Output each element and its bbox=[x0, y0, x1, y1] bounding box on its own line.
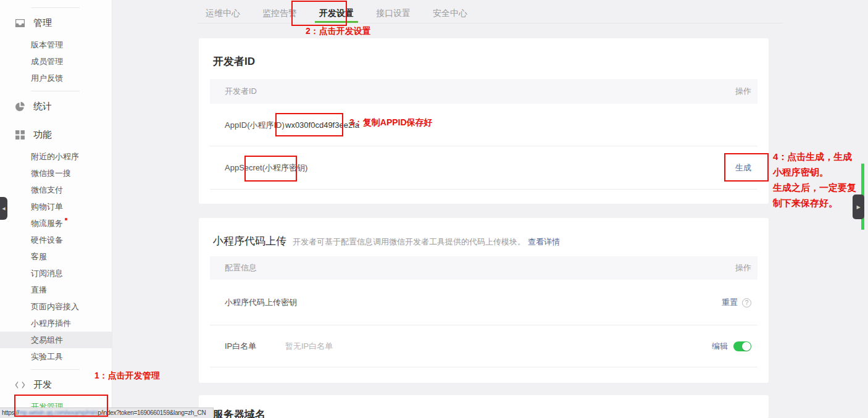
view-details-link[interactable]: 查看详情 bbox=[528, 236, 560, 248]
sidebar-item[interactable]: 客服 bbox=[0, 248, 112, 265]
tab[interactable]: 安全中心 bbox=[428, 5, 472, 21]
tab[interactable]: 运维中心 bbox=[201, 5, 244, 21]
annotation-step4-line: 4：点击生成，生成 bbox=[773, 149, 868, 164]
tab-label: 运维中心 bbox=[206, 8, 240, 18]
sidebar-item[interactable]: 物流服务 bbox=[0, 215, 112, 232]
sidebar-group[interactable]: 管理 bbox=[0, 16, 112, 30]
code-upload-table-header: 配置信息 操作 bbox=[210, 256, 757, 280]
new-badge-dot bbox=[65, 218, 67, 220]
annotation-step4-line: 生成之后，一定要复 bbox=[773, 180, 868, 195]
grid-icon bbox=[15, 130, 25, 140]
server-domain-title: 服务器域名 bbox=[213, 408, 265, 418]
sidebar-item[interactable]: 微信支付 bbox=[0, 182, 112, 198]
sidebar-item-label: 成员管理 bbox=[31, 57, 63, 66]
sidebar-item-label: 购物订单 bbox=[31, 202, 63, 211]
sidebar-item-label: 小程序插件 bbox=[31, 319, 71, 328]
browser-status-bar: https://mp.weixin.qq.com/wxamp/minip/ind… bbox=[0, 408, 214, 418]
tab-label: 开发设置 bbox=[319, 8, 354, 18]
sidebar-item[interactable]: 购物订单 bbox=[0, 198, 112, 215]
sidebar-item[interactable]: 用户反馈 bbox=[0, 70, 112, 86]
header-col-action: 操作 bbox=[735, 86, 751, 97]
appsecret-row: AppSecret(小程序密钥) 生成 bbox=[199, 146, 769, 190]
code-upload-title: 小程序代码上传 bbox=[213, 234, 286, 248]
code-upload-desc: 开发者可基于配置信息调用微信开发者工具提供的代码上传模块。 bbox=[293, 236, 525, 248]
sidebar-item[interactable]: 微信搜一搜 bbox=[0, 165, 112, 182]
sidebar-group[interactable]: 统计 bbox=[0, 99, 112, 113]
pie-icon bbox=[15, 101, 25, 112]
appid-value: wx030f0cd49f3ee2fa bbox=[285, 120, 359, 130]
sidebar-item[interactable]: 交易组件 bbox=[0, 332, 112, 348]
tab[interactable]: 监控告警 bbox=[258, 5, 301, 21]
tab-label: 监控告警 bbox=[262, 8, 297, 18]
sidebar-item[interactable]: 页面内容接入 bbox=[0, 298, 112, 315]
developer-id-title: 开发者ID bbox=[213, 54, 255, 69]
sidebar-item-label: 用户反馈 bbox=[31, 73, 63, 83]
appsecret-label: AppSecret(小程序密钥) bbox=[225, 162, 307, 173]
sidebar-group-label: 管理 bbox=[33, 17, 52, 29]
settings-tabs: 运维中心 监控告警 开发设置 接口设置 安全中心 bbox=[201, 5, 472, 21]
sidebar-item[interactable]: 版本管理 bbox=[0, 36, 112, 53]
sidebar-group[interactable]: 功能 bbox=[0, 128, 112, 141]
sidebar-item-label: 微信搜一搜 bbox=[31, 169, 71, 178]
wechat-miniprogram-console: 管理 版本管理 成员管理 用户反馈 统计 功能 bbox=[0, 0, 868, 418]
tabbar-divider bbox=[198, 23, 783, 23]
sidebar-divider bbox=[31, 7, 80, 8]
sidebar-item[interactable]: 直播 bbox=[0, 282, 112, 298]
sidebar-item[interactable]: 附近的小程序 bbox=[0, 148, 112, 165]
tab-label: 接口设置 bbox=[376, 8, 411, 18]
code-upload-title-row: 小程序代码上传 开发者可基于配置信息调用微信开发者工具提供的代码上传模块。 查看… bbox=[213, 234, 560, 248]
chevron-left-icon: ◀ bbox=[2, 206, 5, 211]
generate-secret-button[interactable]: 生成 bbox=[735, 162, 751, 173]
annotation-step4-line: 制下来保存好。 bbox=[773, 195, 868, 211]
sidebar-item[interactable]: 实验工具 bbox=[0, 348, 112, 365]
ip-whitelist-value: 暂无IP白名单 bbox=[285, 341, 333, 352]
tab[interactable]: 开发设置 bbox=[315, 5, 358, 21]
sidebar-divider bbox=[31, 369, 80, 370]
sidebar-item-label: 附近的小程序 bbox=[31, 152, 79, 161]
upload-key-row: 小程序代码上传密钥 重置 bbox=[199, 280, 769, 325]
sidebar-item-label: 交易组件 bbox=[31, 335, 63, 345]
tab-label: 安全中心 bbox=[433, 8, 467, 18]
sidebar-item-label: 页面内容接入 bbox=[31, 302, 79, 311]
status-url-prefix: https:// bbox=[2, 409, 19, 416]
status-url-suffix: p/index?token=1690660159&lang=zh_CN bbox=[98, 409, 206, 416]
annotation-step1: 1：点击开发管理 bbox=[94, 370, 160, 382]
upload-key-label: 小程序代码上传密钥 bbox=[225, 297, 297, 308]
header-col-name: 开发者ID bbox=[225, 86, 257, 97]
sidebar-group-label: 功能 bbox=[33, 129, 52, 141]
header-col-action: 操作 bbox=[735, 262, 751, 274]
appid-row: AppID(小程序ID) wx030f0cd49f3ee2fa bbox=[199, 104, 769, 146]
sidebar-item-label: 版本管理 bbox=[31, 40, 63, 49]
sidebar-divider bbox=[31, 91, 80, 91]
ip-whitelist-row: IP白名单 暂无IP白名单 编辑 bbox=[199, 325, 769, 367]
sidebar-item-label: 硬件设备 bbox=[31, 235, 63, 245]
ip-whitelist-toggle[interactable] bbox=[733, 341, 751, 351]
header-col-config: 配置信息 bbox=[225, 262, 257, 274]
code-icon bbox=[15, 380, 25, 390]
inbox-icon bbox=[15, 18, 25, 28]
sidebar-item[interactable]: 订阅消息 bbox=[0, 265, 112, 282]
sidebar-item-label: 微信支付 bbox=[31, 185, 63, 194]
help-icon[interactable] bbox=[742, 298, 751, 307]
reset-key-button[interactable]: 重置 bbox=[722, 297, 738, 308]
tab[interactable]: 接口设置 bbox=[372, 5, 415, 21]
sidebar-item-label: 直播 bbox=[31, 285, 47, 295]
developer-id-card: 开发者ID 开发者ID 操作 AppID(小程序ID) wx030f0cd49f… bbox=[199, 38, 769, 204]
appid-label: AppID(小程序ID) bbox=[225, 120, 285, 131]
sidebar-item-label: 实验工具 bbox=[31, 352, 63, 361]
edit-ip-whitelist-button[interactable]: 编辑 bbox=[712, 341, 728, 352]
sidebar-item[interactable]: 成员管理 bbox=[0, 53, 112, 70]
sidebar-item-label: 客服 bbox=[31, 252, 47, 261]
annotation-step4: 4：点击生成，生成小程序密钥。生成之后，一定要复制下来保存好。 bbox=[773, 149, 868, 211]
developer-id-table-header: 开发者ID 操作 bbox=[210, 79, 757, 104]
annotation-step3: 3：复制APPID保存好 bbox=[349, 117, 433, 128]
collapse-left-handle[interactable]: ◀ bbox=[0, 197, 7, 220]
annotation-step2: 2：点击开发设置 bbox=[306, 26, 371, 37]
annotation-step4-line: 小程序密钥。 bbox=[773, 164, 868, 180]
sidebar: 管理 版本管理 成员管理 用户反馈 统计 功能 bbox=[0, 0, 112, 418]
sidebar-group-label: 开发 bbox=[33, 379, 52, 391]
ip-whitelist-label: IP白名单 bbox=[225, 341, 285, 352]
sidebar-item[interactable]: 小程序插件 bbox=[0, 315, 112, 332]
sidebar-item[interactable]: 硬件设备 bbox=[0, 232, 112, 248]
sidebar-item-label: 订阅消息 bbox=[31, 269, 63, 278]
